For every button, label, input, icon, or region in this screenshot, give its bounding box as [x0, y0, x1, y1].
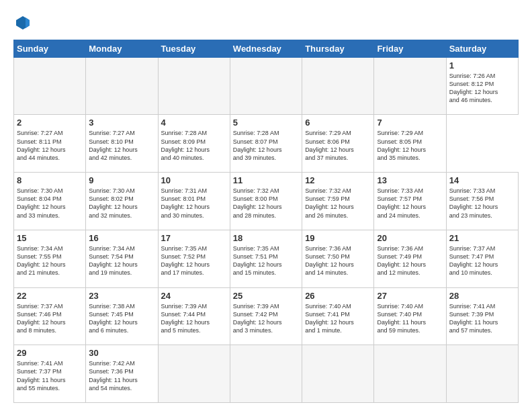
empty-cell: [230, 57, 302, 115]
day-number: 3: [89, 118, 154, 128]
day-info: Sunrise: 7:37 AM Sunset: 7:47 PM Dayligh…: [449, 244, 515, 277]
day-number: 23: [89, 291, 154, 301]
day-number: 1: [449, 60, 515, 71]
day-number: 6: [305, 118, 371, 128]
day-info: Sunrise: 7:27 AM Sunset: 8:10 PM Dayligh…: [89, 129, 154, 162]
calendar-header: SundayMondayTuesdayWednesdayThursdayFrid…: [14, 40, 519, 57]
day-header-wednesday: Wednesday: [230, 40, 302, 57]
empty-cell: [446, 345, 518, 403]
page: SundayMondayTuesdayWednesdayThursdayFrid…: [0, 0, 532, 411]
day-cell-16: 16Sunrise: 7:34 AM Sunset: 7:54 PM Dayli…: [86, 230, 158, 287]
day-number: 21: [449, 233, 515, 243]
day-cell-2: 2Sunrise: 7:27 AM Sunset: 8:11 PM Daylig…: [14, 115, 86, 173]
day-number: 10: [161, 175, 227, 185]
day-cell-17: 17Sunrise: 7:35 AM Sunset: 7:52 PM Dayli…: [158, 230, 230, 287]
week-row-3: 15Sunrise: 7:34 AM Sunset: 7:55 PM Dayli…: [14, 230, 519, 287]
day-number: 4: [161, 118, 227, 128]
empty-cell: [14, 57, 86, 115]
day-number: 17: [161, 233, 227, 243]
day-cell-6: 6Sunrise: 7:29 AM Sunset: 8:06 PM Daylig…: [302, 115, 374, 173]
logo-icon: [15, 15, 31, 31]
day-number: 12: [305, 175, 371, 185]
day-cell-20: 20Sunrise: 7:36 AM Sunset: 7:49 PM Dayli…: [374, 230, 446, 287]
day-info: Sunrise: 7:36 AM Sunset: 7:49 PM Dayligh…: [377, 244, 443, 277]
day-info: Sunrise: 7:41 AM Sunset: 7:37 PM Dayligh…: [17, 359, 83, 392]
day-info: Sunrise: 7:39 AM Sunset: 7:44 PM Dayligh…: [161, 302, 227, 335]
day-header-thursday: Thursday: [302, 40, 374, 57]
day-info: Sunrise: 7:28 AM Sunset: 8:09 PM Dayligh…: [161, 129, 227, 162]
day-number: 9: [89, 175, 154, 185]
day-header-tuesday: Tuesday: [158, 40, 230, 57]
day-number: 5: [233, 118, 299, 128]
day-cell-18: 18Sunrise: 7:35 AM Sunset: 7:51 PM Dayli…: [230, 230, 302, 287]
day-info: Sunrise: 7:30 AM Sunset: 8:02 PM Dayligh…: [89, 187, 154, 220]
empty-cell: [302, 345, 374, 403]
empty-cell: [86, 57, 158, 115]
day-cell-5: 5Sunrise: 7:28 AM Sunset: 8:07 PM Daylig…: [230, 115, 302, 173]
day-number: 8: [17, 175, 83, 185]
day-cell-10: 10Sunrise: 7:31 AM Sunset: 8:01 PM Dayli…: [158, 173, 230, 230]
day-cell-13: 13Sunrise: 7:33 AM Sunset: 7:57 PM Dayli…: [374, 173, 446, 230]
day-cell-14: 14Sunrise: 7:33 AM Sunset: 7:56 PM Dayli…: [446, 173, 518, 230]
day-cell-24: 24Sunrise: 7:39 AM Sunset: 7:44 PM Dayli…: [158, 287, 230, 345]
day-info: Sunrise: 7:35 AM Sunset: 7:51 PM Dayligh…: [233, 244, 299, 277]
day-info: Sunrise: 7:41 AM Sunset: 7:39 PM Dayligh…: [449, 302, 515, 335]
day-cell-30: 30Sunrise: 7:42 AM Sunset: 7:36 PM Dayli…: [86, 345, 158, 403]
day-cell-15: 15Sunrise: 7:34 AM Sunset: 7:55 PM Dayli…: [14, 230, 86, 287]
svg-marker-1: [26, 17, 30, 28]
empty-cell: [302, 57, 374, 115]
day-cell-27: 27Sunrise: 7:40 AM Sunset: 7:40 PM Dayli…: [374, 287, 446, 345]
day-info: Sunrise: 7:40 AM Sunset: 7:40 PM Dayligh…: [377, 302, 443, 335]
day-number: 13: [377, 175, 443, 185]
day-header-saturday: Saturday: [446, 40, 518, 57]
day-cell-28: 28Sunrise: 7:41 AM Sunset: 7:39 PM Dayli…: [446, 287, 518, 345]
empty-cell: [374, 345, 446, 403]
day-number: 18: [233, 233, 299, 243]
day-info: Sunrise: 7:30 AM Sunset: 8:04 PM Dayligh…: [17, 187, 83, 220]
day-info: Sunrise: 7:37 AM Sunset: 7:46 PM Dayligh…: [17, 302, 83, 335]
day-info: Sunrise: 7:29 AM Sunset: 8:05 PM Dayligh…: [377, 129, 443, 162]
day-info: Sunrise: 7:42 AM Sunset: 7:36 PM Dayligh…: [89, 359, 154, 392]
day-number: 25: [233, 291, 299, 301]
week-row-5: 29Sunrise: 7:41 AM Sunset: 7:37 PM Dayli…: [14, 345, 519, 403]
day-info: Sunrise: 7:34 AM Sunset: 7:55 PM Dayligh…: [17, 244, 83, 277]
day-number: 28: [449, 291, 515, 301]
day-cell-7: 7Sunrise: 7:29 AM Sunset: 8:05 PM Daylig…: [374, 115, 446, 173]
day-info: Sunrise: 7:34 AM Sunset: 7:54 PM Dayligh…: [89, 244, 154, 277]
day-info: Sunrise: 7:36 AM Sunset: 7:50 PM Dayligh…: [305, 244, 371, 277]
calendar-body: 1Sunrise: 7:26 AM Sunset: 8:12 PM Daylig…: [14, 57, 519, 402]
day-cell-4: 4Sunrise: 7:28 AM Sunset: 8:09 PM Daylig…: [158, 115, 230, 173]
day-cell-12: 12Sunrise: 7:32 AM Sunset: 7:59 PM Dayli…: [302, 173, 374, 230]
calendar-table: SundayMondayTuesdayWednesdayThursdayFrid…: [13, 40, 519, 403]
day-number: 11: [233, 175, 299, 185]
day-cell-8: 8Sunrise: 7:30 AM Sunset: 8:04 PM Daylig…: [14, 173, 86, 230]
days-header-row: SundayMondayTuesdayWednesdayThursdayFrid…: [14, 40, 519, 57]
day-header-monday: Monday: [86, 40, 158, 57]
day-number: 2: [17, 118, 83, 128]
day-info: Sunrise: 7:27 AM Sunset: 8:11 PM Dayligh…: [17, 129, 83, 162]
day-number: 14: [449, 175, 515, 185]
week-row-0: 1Sunrise: 7:26 AM Sunset: 8:12 PM Daylig…: [14, 57, 519, 115]
day-cell-11: 11Sunrise: 7:32 AM Sunset: 8:00 PM Dayli…: [230, 173, 302, 230]
day-info: Sunrise: 7:32 AM Sunset: 8:00 PM Dayligh…: [233, 187, 299, 220]
day-cell-1: 1Sunrise: 7:26 AM Sunset: 8:12 PM Daylig…: [446, 57, 518, 115]
day-number: 19: [305, 233, 371, 243]
day-number: 20: [377, 233, 443, 243]
empty-cell: [158, 345, 230, 403]
day-info: Sunrise: 7:26 AM Sunset: 8:12 PM Dayligh…: [449, 72, 515, 105]
logo: [13, 15, 31, 33]
day-number: 27: [377, 291, 443, 301]
empty-cell: [374, 57, 446, 115]
day-number: 24: [161, 291, 227, 301]
day-info: Sunrise: 7:35 AM Sunset: 7:52 PM Dayligh…: [161, 244, 227, 277]
week-row-4: 22Sunrise: 7:37 AM Sunset: 7:46 PM Dayli…: [14, 287, 519, 345]
day-info: Sunrise: 7:33 AM Sunset: 7:56 PM Dayligh…: [449, 187, 515, 220]
empty-cell: [158, 57, 230, 115]
day-cell-21: 21Sunrise: 7:37 AM Sunset: 7:47 PM Dayli…: [446, 230, 518, 287]
day-number: 26: [305, 291, 371, 301]
day-info: Sunrise: 7:39 AM Sunset: 7:42 PM Dayligh…: [233, 302, 299, 335]
day-number: 16: [89, 233, 154, 243]
day-cell-25: 25Sunrise: 7:39 AM Sunset: 7:42 PM Dayli…: [230, 287, 302, 345]
day-header-friday: Friday: [374, 40, 446, 57]
day-cell-22: 22Sunrise: 7:37 AM Sunset: 7:46 PM Dayli…: [14, 287, 86, 345]
